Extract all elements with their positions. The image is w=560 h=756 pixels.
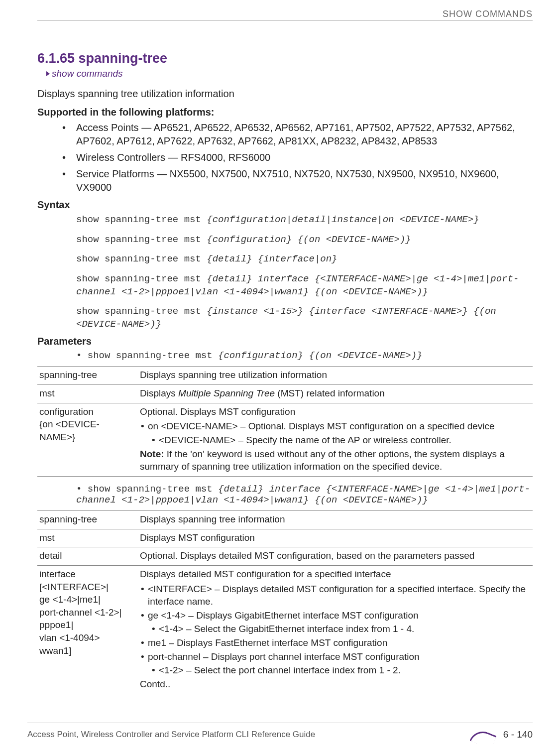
parameters-intro-2: • show spanning-tree mst {detail} interf…: [76, 484, 533, 505]
contd-label: Contd..: [140, 678, 529, 691]
list-item: <1-4> – Select the GigabitEthernet inter…: [159, 623, 529, 635]
list-item: on <DEVICE-NAME> – Optional. Displays MS…: [148, 420, 529, 433]
syntax-line: show spanning-tree mst {detail} {interfa…: [76, 253, 533, 266]
list-item: <INTERFACE> – Displays detailed MST conf…: [148, 583, 529, 608]
table-row: mst Displays MST configuration: [37, 529, 533, 547]
param-desc: Displays detailed MST configuration for …: [138, 565, 533, 694]
list-item: Access Points — AP6521, AP6522, AP6532, …: [76, 121, 533, 148]
param-name: spanning-tree: [37, 367, 138, 385]
table-row: interface [<INTERFACE>| ge <1-4>|me1| po…: [37, 565, 533, 694]
brand-swoosh-icon: [471, 727, 494, 742]
page-footer: Access Point, Wireless Controller and Se…: [27, 723, 533, 742]
parameters-heading: Parameters: [37, 336, 533, 347]
parameters-table-2: spanning-tree Displays spanning tree inf…: [37, 510, 533, 694]
table-row: configuration {on <DEVICE-NAME>} Optiona…: [37, 403, 533, 476]
param-desc: Optional. Displays MST configuration on …: [138, 403, 533, 476]
parameters-table-1: spanning-tree Displays spanning tree uti…: [37, 366, 533, 476]
param-desc: Displays spanning tree information: [138, 510, 533, 529]
param-name: spanning-tree: [37, 510, 138, 529]
param-desc: Optional. Displays detailed MST configur…: [138, 547, 533, 566]
param-name: mst: [37, 385, 138, 403]
running-header: SHOW COMMANDS: [37, 9, 533, 21]
param-desc: Displays Multiple Spanning Tree (MST) re…: [138, 385, 533, 403]
param-desc: Displays spanning tree utilization infor…: [138, 367, 533, 385]
table-row: mst Displays Multiple Spanning Tree (MST…: [37, 385, 533, 403]
footer-title: Access Point, Wireless Controller and Se…: [27, 730, 315, 740]
list-item: Wireless Controllers — RFS4000, RFS6000: [76, 151, 533, 164]
page-number: 6 - 140: [503, 729, 533, 740]
syntax-line: show spanning-tree mst {detail} interfac…: [76, 273, 533, 298]
list-item: Service Platforms — NX5500, NX7500, NX75…: [76, 167, 533, 194]
syntax-line: show spanning-tree mst {configuration} {…: [76, 234, 533, 247]
list-item: <1-2> – Select the port channel interfac…: [159, 664, 529, 677]
parameters-intro-1: • show spanning-tree mst {configuration}…: [76, 350, 533, 361]
intro-text: Displays spanning tree utilization infor…: [37, 88, 533, 100]
param-name: configuration {on <DEVICE-NAME>}: [37, 403, 138, 476]
table-row: spanning-tree Displays spanning tree inf…: [37, 510, 533, 529]
table-row: spanning-tree Displays spanning tree uti…: [37, 367, 533, 385]
list-item: me1 – Displays FastEthernet interface MS…: [148, 636, 529, 649]
syntax-line: show spanning-tree mst {instance <1-15>}…: [76, 305, 533, 331]
param-desc: Displays MST configuration: [138, 529, 533, 547]
note: Note: If the 'on' keyword is used withou…: [140, 448, 529, 473]
list-item: <DEVICE-NAME> – Specify the name of the …: [159, 434, 529, 447]
supported-heading: Supported in the following platforms:: [37, 107, 533, 118]
breadcrumb-label: show commands: [52, 68, 123, 79]
list-item: port-channel – Displays port channel int…: [148, 650, 529, 663]
section-title: 6.1.65 spanning-tree: [37, 51, 533, 66]
param-name: mst: [37, 529, 138, 547]
arrow-right-icon: [46, 71, 50, 76]
syntax-heading: Syntax: [37, 199, 533, 211]
list-item: ge <1-4> – Displays GigabitEthernet inte…: [148, 609, 529, 622]
syntax-line: show spanning-tree mst {configuration|de…: [76, 214, 533, 227]
breadcrumb: show commands: [46, 68, 533, 79]
param-name: interface [<INTERFACE>| ge <1-4>|me1| po…: [37, 565, 138, 694]
supported-list: Access Points — AP6521, AP6522, AP6532, …: [37, 121, 533, 194]
param-name: detail: [37, 547, 138, 566]
table-row: detail Optional. Displays detailed MST c…: [37, 547, 533, 566]
